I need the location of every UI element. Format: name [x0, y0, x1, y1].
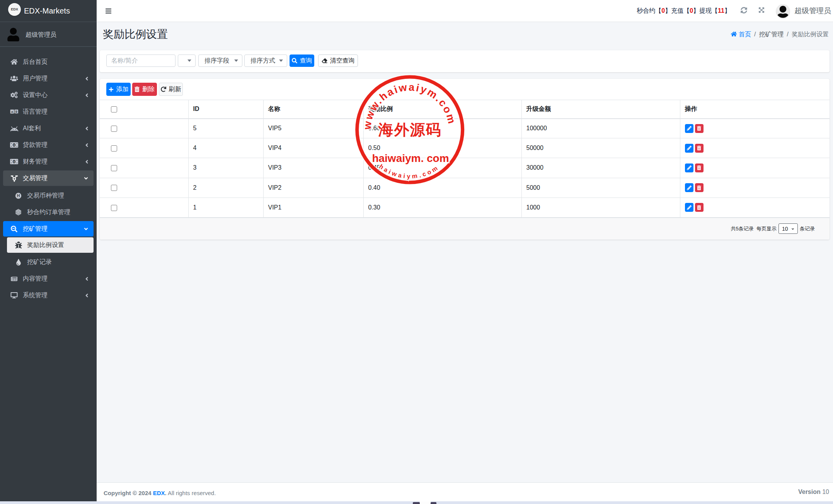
svg-text:A: A	[11, 110, 13, 114]
svg-text:H: H	[17, 193, 20, 198]
svg-text:0: 0	[14, 144, 15, 146]
svg-text:文: 文	[14, 110, 18, 114]
svg-text:0: 0	[14, 160, 15, 163]
